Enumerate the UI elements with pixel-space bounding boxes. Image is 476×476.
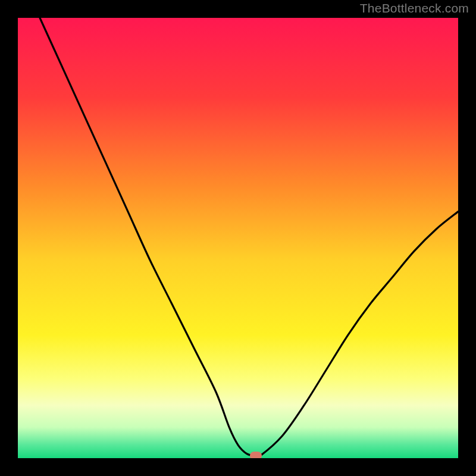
gradient-background <box>18 18 458 458</box>
chart-frame: TheBottleneck.com <box>0 0 476 476</box>
watermark-text: TheBottleneck.com <box>360 1 469 15</box>
optimal-marker <box>250 452 262 458</box>
bottleneck-chart <box>18 18 458 458</box>
plot-area <box>18 18 458 458</box>
